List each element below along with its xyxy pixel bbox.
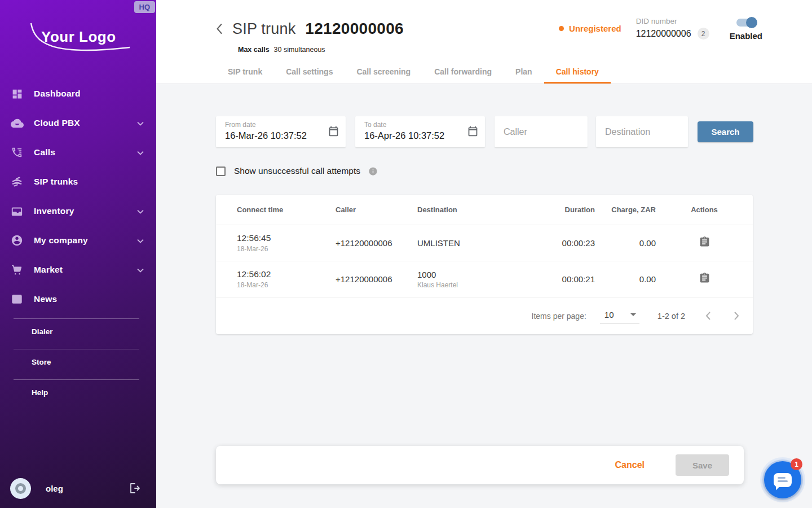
back-button[interactable] (216, 23, 223, 34)
tab-call-history[interactable]: Call history (544, 62, 611, 84)
destination-value: 1000 (417, 270, 553, 279)
call-details-icon[interactable] (699, 236, 710, 248)
items-per-page-label: Items per page: (532, 312, 586, 321)
cloud-icon (10, 116, 24, 130)
chevron-down-icon (137, 235, 144, 246)
from-date-field[interactable]: From date 16-Mar-26 10:37:52 (216, 116, 346, 147)
company-icon (10, 234, 24, 247)
market-icon (10, 263, 24, 277)
did-count-badge[interactable]: 2 (698, 28, 709, 40)
logout-icon[interactable] (127, 482, 140, 494)
table-row: 12:56:02 18-Mar-26 +12120000006 1000 Kla… (216, 261, 753, 297)
chevron-down-icon (137, 206, 144, 216)
chat-bubble-icon (774, 473, 792, 487)
enabled-toggle[interactable] (736, 19, 756, 27)
search-button[interactable]: Search (698, 121, 753, 142)
sidebar-item-label: Calls (34, 147, 55, 157)
save-button[interactable]: Save (676, 454, 729, 476)
enabled-toggle-block: Enabled (730, 17, 762, 41)
filters-row: From date 16-Mar-26 10:37:52 To date 16-… (216, 116, 812, 147)
tab-call-forwarding[interactable]: Call forwarding (422, 62, 504, 84)
did-label: DID number (636, 17, 715, 25)
sidebar-item-store[interactable]: Store (0, 349, 156, 375)
caller-input[interactable] (495, 116, 588, 147)
col-destination: Destination (417, 205, 553, 214)
status-dot-icon (559, 26, 564, 31)
connect-date: 18-Mar-26 (237, 281, 336, 289)
page-range: 1-2 of 2 (657, 312, 685, 321)
cancel-button[interactable]: Cancel (615, 460, 645, 470)
caller-filter (495, 116, 588, 147)
sidebar-item-label: News (34, 294, 57, 304)
sidebar-item-inventory[interactable]: Inventory (0, 196, 156, 226)
sidebar-item-news[interactable]: News (0, 284, 156, 314)
call-details-icon[interactable] (699, 272, 710, 284)
charge-value: 0.00 (595, 274, 656, 284)
destination-name: Klaus Haertel (417, 281, 553, 289)
chat-button[interactable]: 1 (764, 461, 801, 498)
toggle-thumb (746, 17, 757, 28)
sidebar-item-sip-trunks[interactable]: SIP trunks (0, 167, 156, 196)
from-date-label: From date (225, 121, 321, 129)
trunk-number: 12120000006 (305, 20, 404, 38)
caller-number: +12120000006 (336, 238, 417, 248)
col-charge: Charge, ZAR (595, 205, 656, 214)
connect-time: 12:56:02 (237, 269, 336, 279)
sidebar-item-market[interactable]: Market (0, 255, 156, 284)
sidebar-item-label: Market (34, 265, 63, 275)
sidebar-item-dashboard[interactable]: Dashboard (0, 79, 156, 108)
chevron-down-icon (137, 265, 144, 275)
max-calls: Max calls30 simultaneous (156, 46, 812, 54)
to-date-field[interactable]: To date 16-Apr-26 10:37:52 (355, 116, 485, 147)
logo: Your Logo (25, 21, 135, 65)
tab-plan[interactable]: Plan (504, 62, 544, 84)
to-date-value: 16-Apr-26 10:37:52 (364, 130, 460, 141)
sidebar-item-cloud-pbx[interactable]: Cloud PBX (0, 108, 156, 138)
dashboard-icon (10, 87, 24, 100)
table-header: Connect time Caller Destination Duration… (216, 195, 753, 225)
from-date-value: 16-Mar-26 10:37:52 (225, 130, 321, 141)
destination-input[interactable] (596, 116, 688, 147)
hq-badge: HQ (134, 1, 156, 13)
calendar-icon[interactable] (467, 125, 479, 139)
sidebar-item-label: Dashboard (34, 89, 81, 99)
logo-text: Your Logo (41, 28, 116, 46)
tab-call-settings[interactable]: Call settings (274, 62, 345, 84)
status-badge: Unregistered (559, 24, 621, 33)
sidebar-item-dialer[interactable]: Dialer (0, 319, 156, 344)
content: From date 16-Mar-26 10:37:52 To date 16-… (156, 84, 812, 484)
calendar-icon[interactable] (328, 125, 339, 139)
avatar[interactable] (10, 478, 31, 499)
sidebar-item-calls[interactable]: Calls (0, 138, 156, 167)
user-row: oleg (0, 473, 156, 508)
tab-sip-trunk[interactable]: SIP trunk (216, 62, 274, 84)
checkbox-label: Show unsuccessful call attempts (234, 166, 360, 176)
did-number-block: DID number 12120000006 2 (636, 17, 715, 40)
info-icon[interactable] (368, 167, 378, 176)
sidebar-nav: Dashboard Cloud PBX Calls SIP trunks (0, 79, 156, 314)
chevron-down-icon (137, 147, 144, 157)
tab-bar: SIP trunk Call settings Call screening C… (216, 62, 812, 84)
sidebar-item-my-company[interactable]: My company (0, 226, 156, 255)
main-area: SIP trunk 12120000006 Unregistered DID n… (156, 0, 812, 508)
max-calls-value: 30 simultaneous (274, 46, 325, 54)
page-header: SIP trunk 12120000006 Unregistered DID n… (156, 0, 812, 84)
charge-value: 0.00 (595, 238, 656, 248)
destination-filter (596, 116, 688, 147)
connect-time: 12:56:45 (237, 233, 336, 243)
form-actions-bar: Cancel Save (216, 446, 744, 484)
show-unsuccessful-checkbox[interactable] (216, 167, 226, 176)
calls-icon (10, 146, 24, 159)
sidebar-item-help[interactable]: Help (0, 380, 156, 405)
table-row: 12:56:45 18-Mar-26 +12120000006 UMLISTEN… (216, 225, 753, 261)
items-per-page-value: 10 (604, 310, 614, 319)
col-caller: Caller (336, 205, 417, 214)
sidebar-item-label: Inventory (34, 206, 74, 216)
prev-page-button[interactable] (702, 308, 714, 323)
tab-call-screening[interactable]: Call screening (345, 62, 422, 84)
sidebar-item-label: SIP trunks (34, 177, 78, 187)
items-per-page-select[interactable]: 10 (600, 309, 639, 323)
did-value: 12120000006 (636, 29, 691, 39)
next-page-button[interactable] (731, 308, 743, 323)
chat-unread-badge: 1 (791, 458, 802, 470)
